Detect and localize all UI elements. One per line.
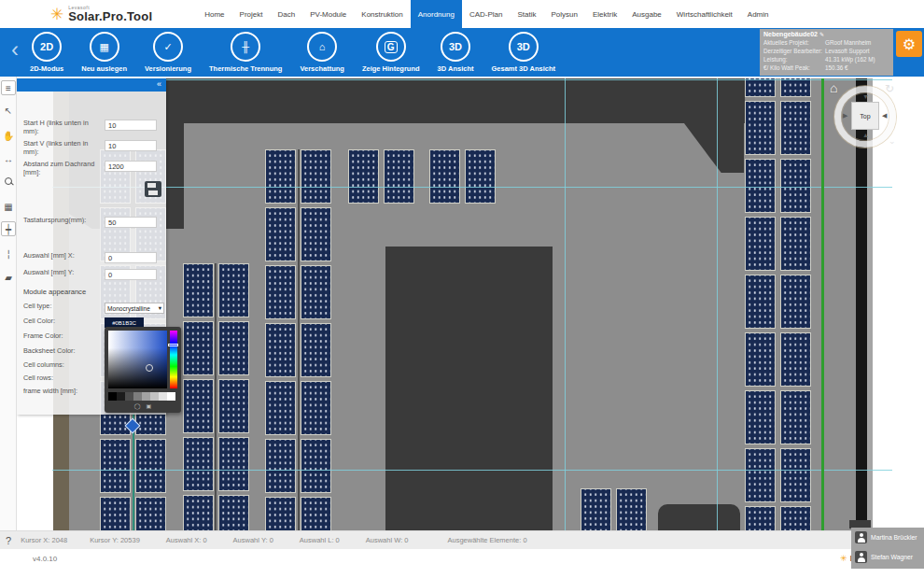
field-input-abstand-zum-dachrand-mm-[interactable] xyxy=(105,161,157,172)
settings-gear-button[interactable]: ⚙ xyxy=(896,31,922,57)
ribbon-tool-zeige-hintegrund[interactable]: GZeige Hintegrund xyxy=(362,32,420,73)
pv-module-col-mid-a[interactable] xyxy=(265,323,296,377)
picker-swatch[interactable] xyxy=(125,392,133,401)
pan-hand-icon[interactable]: ✋ xyxy=(1,128,16,143)
field-input-start-h-links-unten-in-mm-[interactable] xyxy=(105,120,157,131)
menu-item-wirtschaftlichkeit[interactable]: Wirtschaftlichkeit xyxy=(669,0,740,28)
pv-module-col-right-tall[interactable] xyxy=(780,332,811,387)
pv-module-col-mid-a[interactable] xyxy=(301,149,331,204)
picker-swatch[interactable] xyxy=(133,392,142,401)
pv-module-col-right-tall[interactable] xyxy=(745,275,776,329)
menu-item-dach[interactable]: Dach xyxy=(270,0,302,28)
ribbon-tool-neu-auslegen[interactable]: ▦Neu auslegen xyxy=(81,32,127,73)
menu-item-konstruktion[interactable]: Konstruktion xyxy=(354,0,410,28)
view-compass-top-button[interactable]: Top xyxy=(851,102,879,130)
menu-item-elektrik[interactable]: Elektrik xyxy=(585,0,624,28)
compass-arrow-right-icon[interactable]: ◀ xyxy=(882,112,887,120)
field-input-auswahl-mm-y-[interactable] xyxy=(105,269,157,280)
pv-module-col-right-tall[interactable] xyxy=(780,101,811,155)
eraser-icon[interactable]: ▰ xyxy=(1,270,16,285)
pv-module-col-right-tall[interactable] xyxy=(780,217,811,271)
pv-module-pair-bottom[interactable] xyxy=(581,488,611,530)
color-saturation-cursor[interactable] xyxy=(146,364,153,372)
pan-down-hint-icon[interactable]: ⌄ xyxy=(889,136,896,146)
help-icon[interactable]: ? xyxy=(6,535,11,546)
pv-module-col-left-b[interactable] xyxy=(218,263,249,317)
pv-module-col-right-tall[interactable] xyxy=(745,390,776,444)
ribbon-tool-versionierung[interactable]: ✓Versionierung xyxy=(145,32,191,73)
pv-module-col-right-tall[interactable] xyxy=(780,390,811,444)
field-input-auswahl-mm-x-[interactable] xyxy=(105,252,157,263)
pv-module-col-mid-a[interactable] xyxy=(265,381,296,435)
pv-module-col-right-tall[interactable] xyxy=(780,448,811,502)
pv-module-col-mid-a[interactable] xyxy=(301,207,331,261)
pv-module-col-left-b[interactable] xyxy=(218,437,249,491)
pv-module-pair-top-a[interactable] xyxy=(348,149,379,204)
user-row-stefan-wagner[interactable]: Stefan Wagner xyxy=(851,547,924,567)
pv-module-col-right-tall[interactable] xyxy=(745,217,776,271)
pv-module-pair-top-a[interactable] xyxy=(384,149,414,204)
pv-module-col-right-tall[interactable] xyxy=(745,448,776,502)
pv-module-col-mid-a[interactable] xyxy=(265,497,296,530)
compass-arrow-down-icon[interactable]: ▲ xyxy=(862,132,869,138)
field-input-tastatursprung-mm-[interactable] xyxy=(105,217,157,228)
pv-module-col-left-b[interactable] xyxy=(218,495,249,530)
picker-swatch[interactable] xyxy=(167,392,175,401)
menu-item-polysun[interactable]: Polysun xyxy=(544,0,585,28)
menu-item-ausgabe[interactable]: Ausgabe xyxy=(624,0,669,28)
picker-swatch[interactable] xyxy=(150,392,159,401)
pv-module-col-mid-a[interactable] xyxy=(265,149,296,204)
menu-item-pv-module[interactable]: PV-Module xyxy=(302,0,354,28)
menu-icon[interactable]: ≡ xyxy=(1,80,16,95)
pv-module-col-left-a[interactable] xyxy=(135,497,166,530)
menu-item-projekt[interactable]: Projekt xyxy=(232,0,271,28)
pv-module-col-mid-a[interactable] xyxy=(265,265,296,319)
pv-module-pair-bottom[interactable] xyxy=(616,488,647,530)
ribbon-tool-verschattung[interactable]: ⌂Verschattung xyxy=(300,32,344,73)
picker-swatch[interactable] xyxy=(159,392,167,401)
user-row-martina-brückler[interactable]: Martina Brückler xyxy=(851,528,924,547)
pv-module-col-left-a[interactable] xyxy=(135,439,166,493)
color-hue-bar[interactable] xyxy=(170,331,177,388)
pv-module-col-right-tall[interactable] xyxy=(745,101,776,155)
ribbon-tool-gesamt-3d-ansicht[interactable]: 3DGesamt 3D Ansicht xyxy=(491,32,555,73)
pv-module-col-left-a[interactable] xyxy=(100,497,131,530)
pv-module-col-left-b[interactable] xyxy=(218,321,249,375)
field-input-start-v-links-unten-in-mm-[interactable] xyxy=(105,140,157,151)
pv-module-col-right-tall[interactable] xyxy=(780,506,811,530)
pv-module-col-mid-a[interactable] xyxy=(301,381,331,435)
color-hue-cursor[interactable] xyxy=(168,344,178,346)
pv-module-col-right-tall[interactable] xyxy=(745,332,776,387)
pv-module-col-right-tall[interactable] xyxy=(745,159,776,213)
pv-module-col-left-b[interactable] xyxy=(183,495,214,530)
home-view-icon[interactable]: ⌂ xyxy=(830,80,837,95)
ribbon-tool-thermische-trennung[interactable]: ╫Thermische Trennung xyxy=(209,32,282,73)
picker-reset-icon[interactable]: ◯ xyxy=(134,402,141,409)
compass-arrow-up-icon[interactable]: ▼ xyxy=(862,93,869,100)
color-saturation-area[interactable] xyxy=(108,331,167,388)
save-icon[interactable] xyxy=(145,181,161,197)
align-crosshair-icon[interactable]: ┿ xyxy=(1,221,16,236)
pv-module-col-left-b[interactable] xyxy=(183,379,214,433)
ribbon-tool-3d-ansicht[interactable]: 3D3D Ansicht xyxy=(438,32,474,73)
pv-module-col-mid-a[interactable] xyxy=(301,497,331,530)
pv-module-col-left-a[interactable] xyxy=(100,439,131,493)
ribbon-back-chevron-icon[interactable]: ‹ xyxy=(11,38,19,61)
picker-swatch[interactable] xyxy=(117,392,125,401)
compass-arrow-left-icon[interactable]: ▶ xyxy=(843,112,847,120)
pv-module-col-mid-a[interactable] xyxy=(301,439,331,493)
pv-module-col-mid-a[interactable] xyxy=(301,265,331,319)
collapse-panel-icon[interactable]: « xyxy=(157,79,161,89)
menu-item-admin[interactable]: Admin xyxy=(740,0,777,28)
pv-module-col-left-b[interactable] xyxy=(218,379,249,433)
picker-mode-icon[interactable]: ▣ xyxy=(147,402,152,409)
pv-module-col-left-b[interactable] xyxy=(183,437,214,491)
pv-module-col-left-b[interactable] xyxy=(183,263,214,317)
menu-item-statik[interactable]: Statik xyxy=(511,0,544,28)
pv-module-pair-top-b[interactable] xyxy=(465,149,496,204)
picker-swatch[interactable] xyxy=(108,392,117,401)
pv-module-col-right-tall[interactable] xyxy=(745,78,776,97)
zoom-icon[interactable] xyxy=(1,174,16,189)
module-grid-icon[interactable]: ▦ xyxy=(1,199,16,214)
menu-item-cad-plan[interactable]: CAD-Plan xyxy=(462,0,511,28)
